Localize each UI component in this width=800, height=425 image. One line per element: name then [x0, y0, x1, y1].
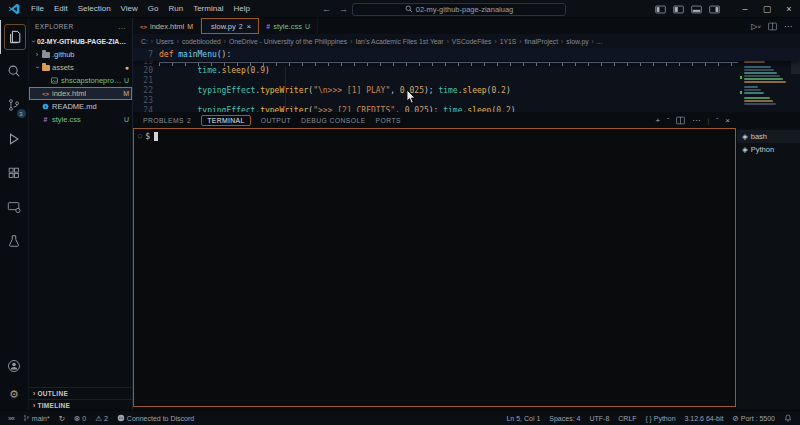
status-port-5500[interactable]: ⊘Port : 5500	[732, 414, 775, 423]
customize-layout-icon[interactable]	[655, 5, 666, 14]
breadcrumb-item[interactable]: 1Y1S	[500, 38, 517, 45]
command-center-search[interactable]: 02-my-github-page-zianaluag	[352, 3, 566, 16]
tab-slow-py[interactable]: slow.py2×	[201, 18, 259, 34]
breadcrumb-label: C:	[141, 38, 148, 45]
activity-extensions-icon[interactable]	[0, 156, 29, 190]
split-terminal-icon[interactable]	[676, 116, 685, 125]
tree-item-assets[interactable]: ›assets●	[29, 61, 132, 74]
menu-selection[interactable]: Selection	[73, 0, 116, 17]
panel-tab-output[interactable]: OUTPUT	[261, 117, 291, 124]
panel-tab-problems[interactable]: PROBLEMS2	[143, 117, 191, 124]
code-token: time	[198, 66, 217, 76]
close-tab-icon[interactable]: ×	[247, 22, 252, 31]
file-tree: ›02-MY-GITHUB-PAGE-ZIANALUAG›.github›ass…	[29, 35, 132, 387]
toggle-sidebar-icon[interactable]	[673, 5, 684, 14]
activity-explorer-icon[interactable]	[0, 20, 29, 54]
status-ln-5-col-1[interactable]: Ln 5, Col 1	[506, 415, 540, 422]
status-0[interactable]: ⊗0	[74, 414, 86, 423]
tab-style-css[interactable]: #style.cssU	[259, 18, 318, 34]
maximize-panel-icon[interactable]: ˆ	[716, 117, 718, 123]
menu-run[interactable]: Run	[163, 0, 188, 17]
breadcrumb-item[interactable]: slow.py	[566, 38, 588, 45]
code-editor[interactable]: 7def mainMenu():1920 time.sleep(0.9)2122…	[133, 48, 800, 112]
explorer-root-folder[interactable]: ›02-MY-GITHUB-PAGE-ZIANALUAG	[29, 35, 132, 48]
tree-item-readme-md[interactable]: iREADME.md	[29, 100, 132, 113]
activity-settings-icon[interactable]: ⚙	[0, 380, 29, 408]
breadcrumb-item[interactable]: ...	[597, 38, 603, 45]
split-editor-icon[interactable]	[768, 22, 777, 31]
panel-tab-terminal[interactable]: TERMINAL	[201, 115, 251, 126]
menu-edit[interactable]: Edit	[49, 0, 73, 17]
run-python-file-icon[interactable]: ▷˅	[751, 22, 761, 31]
section-timeline[interactable]: ›TIMELINE	[29, 399, 132, 410]
close-button[interactable]: ×	[778, 0, 800, 18]
close-panel-icon[interactable]: ×	[725, 116, 730, 125]
status-2[interactable]: ⚠2	[95, 414, 108, 423]
activity-accounts-icon[interactable]	[0, 352, 29, 380]
status-bell-icon[interactable]	[784, 414, 792, 422]
editor-more-actions-icon[interactable]: ⋯	[784, 22, 792, 31]
code-token: )	[506, 86, 511, 96]
terminal-instance-python[interactable]: ◈Python	[737, 143, 800, 156]
status-label: Port : 5500	[741, 415, 775, 422]
minimap-line	[744, 64, 790, 65]
terminal-viewport[interactable]: ○ $	[133, 128, 736, 407]
breadcrumb-item[interactable]: Ian's Academic Files 1st Year	[355, 38, 443, 45]
minimize-button[interactable]: –	[734, 0, 756, 18]
minimap-line	[744, 72, 777, 74]
status-remote-icon[interactable]: »«	[8, 415, 14, 422]
maximize-button[interactable]: ▢	[756, 0, 778, 18]
tree-item-index-html[interactable]: <>index.htmlM	[29, 87, 132, 100]
breadcrumb-item[interactable]: finalProject	[524, 38, 558, 45]
menu-go[interactable]: Go	[143, 0, 164, 17]
code-line-20: 20 time.sleep(0.9)	[133, 66, 800, 76]
new-terminal-icon[interactable]: +	[656, 116, 661, 125]
status-sync-icon[interactable]: ↻	[59, 414, 65, 423]
code-token: sleep	[222, 66, 246, 76]
panel-tab-ports[interactable]: PORTS	[376, 117, 401, 124]
titlebar-controls: – ▢ ×	[655, 0, 800, 18]
status-utf-8[interactable]: UTF-8	[589, 415, 609, 422]
tab-index-html[interactable]: <>index.htmlM	[133, 18, 201, 34]
minimap-line	[744, 84, 790, 85]
breadcrumb-item[interactable]: OneDrive - University of the Philippines	[229, 38, 347, 45]
activity-source-control-icon[interactable]: 3	[0, 88, 29, 122]
menu-terminal[interactable]: Terminal	[188, 0, 228, 17]
tree-item-style-css[interactable]: #style.cssU	[29, 113, 132, 126]
status-3-12-6-64-bit[interactable]: 3.12.6 64-bit	[685, 415, 724, 422]
activity-run-and-debug-icon[interactable]	[0, 122, 29, 156]
toggle-secondary-sidebar-icon[interactable]	[709, 5, 720, 14]
menu-view[interactable]: View	[116, 0, 143, 17]
breadcrumb-label: Ian's Academic Files 1st Year	[355, 38, 443, 45]
tree-item--github[interactable]: ›.github	[29, 48, 132, 61]
breadcrumb-item[interactable]: C:	[141, 38, 148, 45]
code-token: ,	[390, 86, 400, 96]
line-number: 24	[133, 106, 159, 112]
menu-help[interactable]: Help	[228, 0, 254, 17]
breadcrumb-item[interactable]: codeblooded	[182, 38, 221, 45]
activity-search-icon[interactable]	[0, 54, 29, 88]
panel-more-icon[interactable]: ⋯	[692, 116, 700, 125]
status-crlf[interactable]: CRLF	[618, 415, 636, 422]
menu-file[interactable]: File	[26, 0, 49, 17]
code-token: typingEffect	[198, 106, 256, 112]
back-icon[interactable]: ←	[322, 4, 331, 14]
activity-testing-icon[interactable]	[0, 224, 29, 258]
explorer-more-icon[interactable]: ...	[118, 22, 126, 31]
breadcrumb-item[interactable]: VSCodeFiles	[452, 38, 492, 45]
status-connected-to-discord[interactable]: Connected to Discord	[117, 414, 194, 422]
section-label: OUTLINE	[37, 390, 68, 397]
toggle-panel-icon[interactable]	[691, 5, 702, 14]
status-python[interactable]: { }Python	[646, 415, 676, 422]
tree-item-shscapstoneproject-png[interactable]: shscapstoneproject.pngU	[29, 74, 132, 87]
status-spaces-4[interactable]: Spaces: 4	[549, 415, 580, 422]
terminal-dropdown-icon[interactable]: ˇ	[667, 117, 669, 123]
activity-remote-explorer-icon[interactable]	[0, 190, 29, 224]
status-main-[interactable]: main*	[23, 414, 50, 422]
terminal-instance-bash[interactable]: ◈bash	[737, 130, 800, 143]
breadcrumb-item[interactable]: Users	[156, 38, 174, 45]
panel-tab-debug-console[interactable]: DEBUG CONSOLE	[301, 117, 366, 124]
section-outline[interactable]: ›OUTLINE	[29, 388, 132, 399]
terminal-icon: ◈	[742, 145, 748, 154]
forward-icon[interactable]: →	[339, 4, 348, 14]
